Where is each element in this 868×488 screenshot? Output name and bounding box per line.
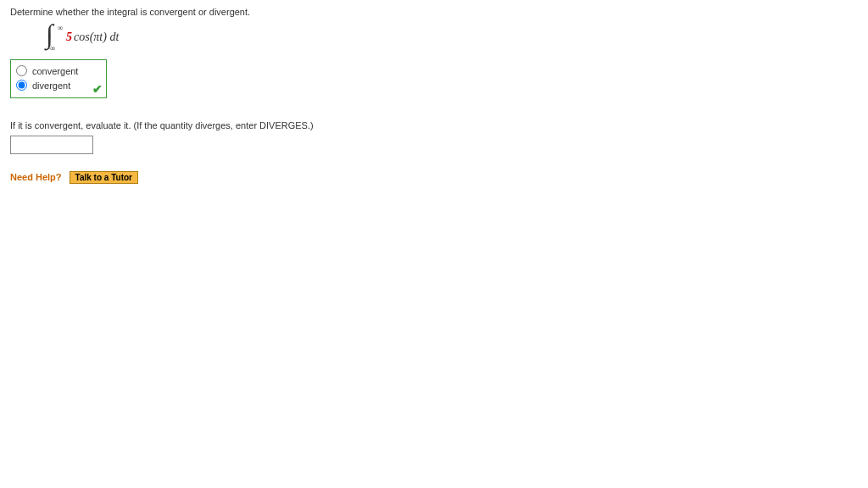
talk-to-tutor-button[interactable]: Talk to a Tutor xyxy=(70,171,138,184)
option-label: divergent xyxy=(32,80,70,91)
evaluate-input[interactable] xyxy=(10,136,93,154)
integral-sign: ∫ ∞ −∞ xyxy=(42,24,63,51)
integrand-rest: cos(πt) dt xyxy=(74,30,119,43)
need-help-label: Need Help? xyxy=(10,172,62,182)
integral-lower-limit: −∞ xyxy=(46,44,56,53)
integral-symbol: ∫ xyxy=(46,22,53,46)
integrand: 5cos(πt) dt xyxy=(66,30,119,44)
followup-prompt: If it is convergent, evaluate it. (If th… xyxy=(10,120,858,130)
followup-section: If it is convergent, evaluate it. (If th… xyxy=(10,120,858,154)
option-label: convergent xyxy=(32,66,78,76)
question-prompt: Determine whether the integral is conver… xyxy=(10,7,858,17)
integrand-coef: 5 xyxy=(66,30,72,43)
radio-divergent[interactable] xyxy=(16,80,27,91)
answer-options-box: convergent divergent ✔ xyxy=(10,59,107,98)
integral-upper-limit: ∞ xyxy=(58,24,63,32)
option-convergent[interactable]: convergent xyxy=(16,65,97,76)
correct-check-icon: ✔ xyxy=(92,82,103,96)
radio-convergent[interactable] xyxy=(16,65,27,76)
option-divergent[interactable]: divergent xyxy=(16,80,97,91)
need-help-row: Need Help? Talk to a Tutor xyxy=(10,171,858,184)
integral-expression: ∫ ∞ −∞ 5cos(πt) dt xyxy=(42,24,858,51)
